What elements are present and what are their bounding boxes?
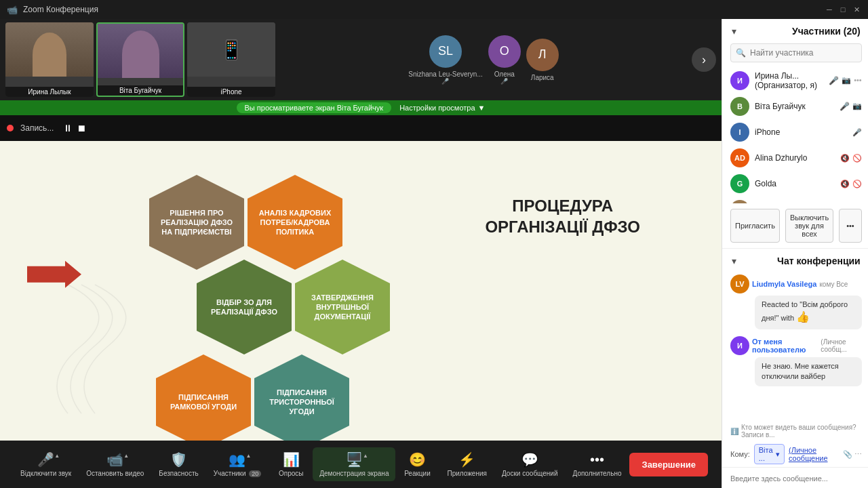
chat-recipient-selector[interactable]: Віта ... ▾ <box>754 444 785 464</box>
avatar: В <box>730 97 749 116</box>
more-options-button[interactable]: ••• <box>839 209 862 243</box>
video-icon: 📷 <box>842 76 851 85</box>
share-settings-button[interactable]: Настройки просмотра ▼ <box>399 104 485 112</box>
minimize-button[interactable]: ─ <box>825 5 834 14</box>
video-off-icon: 🚫 <box>852 154 862 163</box>
participants-section: ▾ Участники (20) 🔍 И Ирина Лы... (Органи… <box>722 19 868 249</box>
whiteboard-icon: 💬 <box>521 451 538 468</box>
ph-item: Л Лариса <box>526 39 559 81</box>
hexagon-3: ВІДБІР ЗО ДЛЯ РЕАЛІЗАЦІЇ ДФЗО <box>197 260 292 354</box>
caret-icon: ▲ <box>54 453 60 459</box>
collapse-icon[interactable]: ▾ <box>732 26 736 37</box>
participant-label: Олена <box>488 70 521 78</box>
reactions-icon: 😊 <box>409 451 426 468</box>
chat-input[interactable] <box>730 474 862 483</box>
reactions-button[interactable]: 😊 Реакции <box>395 447 439 481</box>
participant-name: Golda <box>755 179 835 188</box>
participants-button[interactable]: 👥▲ Участники 20 <box>207 447 269 481</box>
attachment-icon[interactable]: 📎 <box>843 450 852 459</box>
avatar: AD <box>730 148 749 167</box>
hex-wrapper: РІШЕННЯ ПРО РЕАЛІЗАЦІЮ ДФЗО НА ПІДПРИЄМС… <box>149 175 244 270</box>
right-panel: ▾ Участники (20) 🔍 И Ирина Лы... (Органи… <box>722 19 868 488</box>
avatar: Л <box>526 39 559 71</box>
avatar: IS <box>730 200 749 203</box>
apps-button[interactable]: ⚡ Приложения <box>440 447 494 481</box>
participant-thumb[interactable]: Ирина Лылык <box>5 22 94 97</box>
pause-button[interactable]: ⏸ <box>63 123 73 134</box>
participants-header: ▾ Участники (20) <box>722 19 868 43</box>
slide-title: ПРОЦЕДУРА ОРГАНІЗАЦІЇ ДФЗО <box>485 195 640 237</box>
participant-label: Snizhana Leu-Severyn... <box>408 70 483 78</box>
dropdown-icon: ▾ <box>776 450 780 459</box>
hex-wrapper: ПІДПИСАННЯ РАМКОВОЇ УГОДИ <box>156 354 251 441</box>
mute-all-button[interactable]: Выключить звук для всех <box>785 209 833 243</box>
polls-button[interactable]: 📊 Опросы <box>269 447 313 481</box>
participant-thumb-iphone[interactable]: 📱 iPhone <box>187 22 275 97</box>
video-button[interactable]: 📹▲ Остановить видео <box>79 447 151 481</box>
participant-name: Ирина Лы... (Организатор, я) <box>755 71 823 90</box>
mute-button[interactable]: 🎤▲ Відключити звук <box>14 447 78 481</box>
search-input[interactable] <box>730 43 862 62</box>
more-icon: ••• <box>590 452 604 468</box>
chat-sender: Liudmyla Vasilega <box>752 280 816 288</box>
end-meeting-button[interactable]: Завершение <box>629 453 708 476</box>
recording-controls[interactable]: ⏸ ⏹ <box>63 123 86 134</box>
participant-thumb[interactable]: Віта Бугайчук <box>96 22 184 97</box>
avatar: SL <box>429 35 462 68</box>
chat-messages: LV Liudmyla Vasilega кому Все Reacted to… <box>722 270 868 421</box>
mic-status: 🎤 <box>408 78 483 85</box>
personal-link[interactable]: (Личное сообщение <box>789 446 839 462</box>
participant-face: 📱 <box>187 22 275 77</box>
mic-muted-icon: 🔇 <box>840 180 850 188</box>
list-item: IS Iryna Smirnova 🔇 🚫 <box>722 197 868 203</box>
strip-next-button[interactable]: › <box>692 47 716 72</box>
chat-bubble: Не знаю. Мне кажется отключили вайбер <box>755 357 862 386</box>
participant-placeholders: SL Snizhana Leu-Severyn... 🎤 О Олена 🎤 Л… <box>278 22 689 97</box>
list-item: G Golda 🔇 🚫 <box>722 171 868 197</box>
whiteboard-button[interactable]: 💬 Доски сообщений <box>495 447 565 481</box>
more-options-icon[interactable]: ⋯ <box>854 450 862 459</box>
hex-wrapper: ПІДПИСАННЯ ТРИСТОРОННЬОЇ УГОДИ <box>254 354 349 441</box>
close-button[interactable]: ✕ <box>852 5 861 14</box>
participant-controls: 🎤 📷 ••• <box>829 76 862 85</box>
hexagon-2: АНАЛІЗ КАДРОВИХ ПОТРЕБ/КАДРОВА ПОЛІТИКА <box>248 175 342 270</box>
participant-name: Alina Dzhurylo <box>755 153 835 163</box>
chat-header: ▾ Чат конференции <box>722 249 868 270</box>
security-button[interactable]: 🛡️ Безпасность <box>152 447 205 481</box>
participant-controls: 🎤 📷 <box>840 102 862 111</box>
toolbar: 🎤▲ Відключити звук 📹▲ Остановить видео 🛡… <box>0 441 722 488</box>
participant-name: iPhone <box>187 87 275 97</box>
participant-strip: Ирина Лылык Віта Бугайчук 📱 iPhone SL <box>0 19 722 100</box>
chat-recipient: (Личное сообщ... <box>821 338 861 353</box>
more-icon: ••• <box>854 76 862 85</box>
more-button[interactable]: ••• Дополнительно <box>566 448 629 481</box>
chat-section: ▾ Чат конференции LV Liudmyla Vasilega к… <box>722 249 868 488</box>
participant-name: Віта Бугайчук <box>755 102 834 111</box>
participant-name: iPhone <box>755 127 847 137</box>
list-item: И Ирина Лы... (Организатор, я) 🎤 📷 ••• <box>722 68 868 94</box>
title-bar: 📹 Zoom Конференция ─ □ ✕ <box>0 0 868 19</box>
hex-wrapper: ЗАТВЕРДЖЕННЯ ВНУТРІШНЬОЇ ДОКУМЕНТАЦІЇ <box>295 260 390 354</box>
participant-list: И Ирина Лы... (Организатор, я) 🎤 📷 ••• В… <box>722 68 868 203</box>
avatar: И <box>730 71 749 90</box>
avatar: И <box>730 336 749 355</box>
mic-muted-icon: 🔇 <box>840 154 850 163</box>
ph-item: SL Snizhana Leu-Severyn... 🎤 <box>408 35 483 85</box>
slide: ПРОЦЕДУРА ОРГАНІЗАЦІЇ ДФЗО РІШЕННЯ ПРО Р… <box>0 141 722 441</box>
avatar: LV <box>730 274 749 293</box>
chat-personal-icons: 📎 ⋯ <box>843 450 862 459</box>
avatar: I <box>730 123 749 142</box>
chat-visibility-info[interactable]: ℹ️ Кто может видеть ваши сообщения? Запи… <box>722 421 868 441</box>
caret-icon: ▲ <box>363 453 368 459</box>
stop-button[interactable]: ⏹ <box>77 123 86 134</box>
camera-icon: 📹▲ <box>106 451 123 468</box>
share-screen-button[interactable]: 🖥️▲ Демонстрация экрана <box>313 447 395 481</box>
mic-icon: 🎤▲ <box>37 451 54 468</box>
hex-wrapper: АНАЛІЗ КАДРОВИХ ПОТРЕБ/КАДРОВА ПОЛІТИКА <box>248 175 342 270</box>
maximize-button[interactable]: □ <box>838 5 848 14</box>
chat-input-bar <box>722 467 868 488</box>
chat-message: LV Liudmyla Vasilega кому Все Reacted to… <box>730 274 862 329</box>
invite-button[interactable]: Пригласить <box>730 209 780 243</box>
chat-collapse-icon[interactable]: ▾ <box>732 256 736 266</box>
toolbar-center: 🖥️▲ Демонстрация экрана <box>313 447 395 481</box>
